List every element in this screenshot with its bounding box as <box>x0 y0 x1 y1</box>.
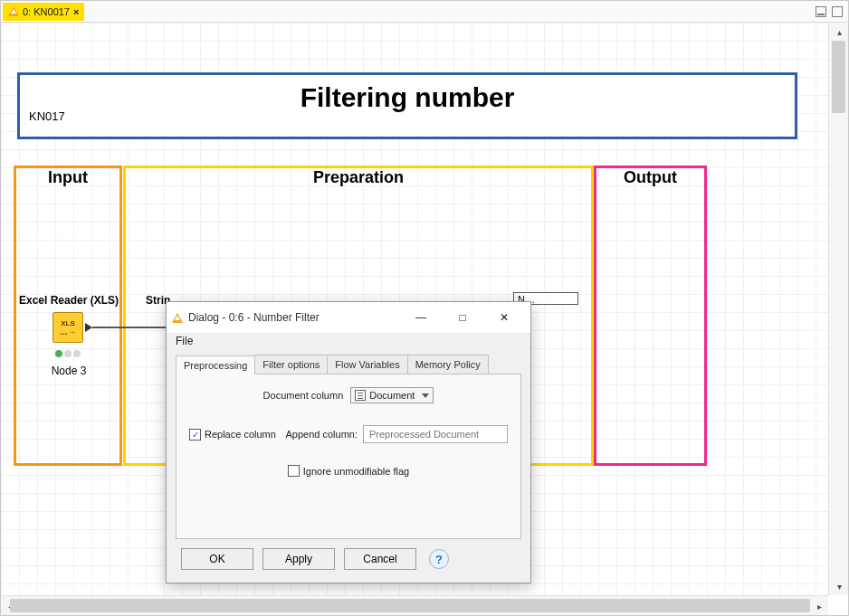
tabbar-controls <box>816 6 848 17</box>
tab-memory-policy[interactable]: Memory Policy <box>407 355 489 374</box>
ellipsis-to-arrow-icon: …→ <box>60 327 76 336</box>
workarea-wrap: Filtering number KN017 Input Preparation… <box>1 23 848 615</box>
editor-tabbar: 0: KN0017 × <box>1 1 848 23</box>
knime-icon <box>8 6 19 16</box>
group-preparation-label: Preparation <box>126 168 591 187</box>
append-column-label: Append column: <box>286 429 358 440</box>
ignore-flag-checkbox[interactable] <box>288 465 300 477</box>
dialog-window-buttons: — □ ✕ <box>400 304 525 331</box>
tab-filter-options[interactable]: Filter options <box>254 355 328 374</box>
dialog-number-filter: Dialog - 0:6 - Number Filter — □ ✕ File … <box>166 301 531 583</box>
node-status-lights <box>52 348 84 359</box>
horizontal-scroll-thumb[interactable] <box>10 599 810 612</box>
replace-column-checkbox[interactable]: ✓ <box>189 429 201 441</box>
node-excel-reader[interactable]: XLS …→ <box>52 312 83 343</box>
node-output-port[interactable] <box>85 323 92 332</box>
editor-tab-label: 0: KN0017 <box>23 6 70 17</box>
status-light-3 <box>73 350 81 357</box>
scroll-right-icon[interactable]: ▸ <box>812 599 826 613</box>
minimize-icon[interactable] <box>816 6 826 17</box>
dialog-close-button[interactable]: ✕ <box>483 304 525 331</box>
workflow-canvas[interactable]: Filtering number KN017 Input Preparation… <box>1 23 828 595</box>
document-column-value: Document <box>369 390 415 401</box>
dialog-menu-file[interactable]: File <box>176 335 193 347</box>
vertical-scrollbar[interactable]: ▴ ▾ <box>828 23 848 595</box>
editor-tab-active[interactable]: 0: KN0017 × <box>3 3 84 21</box>
node-excel-reader-icon-text: XLS <box>61 319 75 327</box>
tab-preprocessing[interactable]: Preprocessing <box>176 355 255 374</box>
ignore-flag-label: Ignore unmodifiable flag <box>303 466 409 477</box>
group-output-label: Output <box>596 168 704 187</box>
ok-button[interactable]: OK <box>181 548 253 570</box>
status-light-green <box>55 350 62 357</box>
app-window: 0: KN0017 × Filtering number KN017 Input… <box>0 0 849 616</box>
dialog-tabs: Preprocessing Filter options Flow Variab… <box>176 355 521 374</box>
replace-column-label: Replace column <box>205 429 276 440</box>
document-icon <box>355 390 366 401</box>
maximize-icon[interactable] <box>832 6 843 17</box>
vertical-scroll-thumb[interactable] <box>832 41 845 113</box>
workflow-heading: Filtering number <box>29 82 786 113</box>
group-input-label: Input <box>16 168 119 187</box>
document-column-label: Document column <box>263 390 344 401</box>
dialog-titlebar[interactable]: Dialog - 0:6 - Number Filter — □ ✕ <box>167 302 530 333</box>
apply-button[interactable]: Apply <box>262 548 335 570</box>
dialog-panel-preprocessing: Document column Document ✓ Replace colum… <box>176 374 521 539</box>
dialog-title: Dialog - 0:6 - Number Filter <box>188 311 320 324</box>
status-light-2 <box>64 350 72 357</box>
document-column-select[interactable]: Document <box>350 387 434 403</box>
close-icon[interactable]: × <box>73 6 79 17</box>
cancel-button[interactable]: Cancel <box>344 548 416 570</box>
dialog-maximize-button[interactable]: □ <box>442 304 483 331</box>
horizontal-scrollbar[interactable]: ◂ ▸ <box>1 595 828 615</box>
node-excel-reader-title: Excel Reader (XLS) <box>10 294 128 307</box>
help-icon[interactable]: ? <box>429 549 449 569</box>
dialog-minimize-button[interactable]: — <box>400 304 442 331</box>
dialog-button-row: OK Apply Cancel ? <box>167 548 530 583</box>
group-output: Output <box>594 166 707 466</box>
workflow-id: KN017 <box>29 109 65 123</box>
node-excel-reader-label: Node 3 <box>33 365 105 377</box>
connection-line <box>92 327 168 328</box>
dialog-menu: File <box>167 333 530 351</box>
knime-icon <box>172 313 183 323</box>
tab-flow-variables[interactable]: Flow Variables <box>327 355 407 374</box>
workflow-title-box: Filtering number KN017 <box>17 72 797 139</box>
scroll-down-icon[interactable]: ▾ <box>832 579 846 593</box>
append-column-input[interactable] <box>363 425 508 443</box>
scroll-up-icon[interactable]: ▴ <box>832 24 846 39</box>
